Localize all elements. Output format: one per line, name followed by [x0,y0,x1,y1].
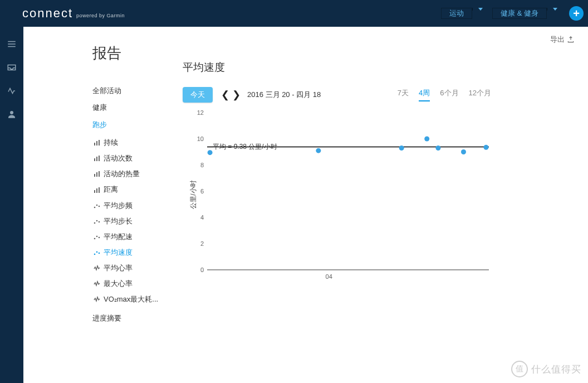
svg-point-3 [10,111,13,114]
svg-rect-6 [99,140,100,146]
avg-line-label: 平均 = 9.38 公里/小时 [213,143,277,151]
data-point[interactable] [461,149,466,154]
date-range: 2016 三月 20 - 四月 18 [247,90,321,100]
svg-point-22 [94,237,96,239]
bars-icon [92,187,101,193]
svg-rect-11 [96,172,97,177]
period-tabs: 7天4周6个月12个月 [398,88,491,101]
nav-item-9[interactable]: 最大心率 [92,276,177,292]
svg-rect-8 [96,157,97,161]
svg-rect-0 [8,41,16,42]
period-tab-2[interactable]: 6个月 [440,88,458,101]
period-tab-3[interactable]: 12个月 [469,88,491,101]
dots-icon [92,202,101,209]
nav-item-3[interactable]: 距离 [92,182,177,197]
dots-icon [92,234,101,240]
logo-main: connect [22,6,73,21]
nav-sport-dropdown[interactable] [472,8,488,11]
svg-point-26 [96,251,98,253]
svg-point-16 [94,206,96,208]
chart-area: 公里/小时 024681012平均 = 9.38 公里/小时04 [183,108,491,281]
nav-item-7[interactable]: 平均速度 [92,245,177,260]
svg-rect-9 [99,156,100,161]
nav-health-button[interactable]: 健康 & 健身 [492,8,547,19]
content-area: 导出 报告 全部活动 健康 跑步 持续活动次数活动的热量距离平均步频平均步长平均… [23,27,588,383]
ytick-label: 2 [200,240,204,247]
ytick-label: 4 [200,214,204,221]
svg-point-20 [96,220,98,221]
nav-item-0[interactable]: 持续 [92,135,177,151]
data-point[interactable] [435,146,440,151]
period-tab-1[interactable]: 4周 [419,88,430,101]
nav-item-8[interactable]: 平均心率 [92,260,177,276]
chart-title: 平均速度 [183,60,566,75]
svg-rect-14 [96,188,97,193]
nav-health-dropdown[interactable] [547,8,562,11]
data-point[interactable] [483,145,488,150]
xtick-label: 04 [326,273,332,280]
nav-running-sublist: 持续活动次数活动的热量距离平均步频平均步长平均配速平均速度平均心率最大心率VO₂… [92,135,177,307]
data-point[interactable] [316,148,321,153]
export-button[interactable]: 导出 [550,35,575,45]
add-button[interactable]: + [569,6,584,21]
ytick-label: 10 [197,135,204,142]
bars-icon [92,155,101,162]
header-right: 运动 健康 & 健身 + [441,0,588,27]
nav-item-10[interactable]: VO₂max最大耗... [92,292,177,307]
svg-point-27 [99,253,100,254]
svg-rect-5 [96,141,97,146]
nav-item-5[interactable]: 平均步长 [92,214,177,229]
svg-rect-10 [94,174,95,177]
pulse-icon [92,296,101,303]
bars-icon [92,171,101,177]
profile-icon[interactable] [0,103,23,126]
svg-rect-2 [8,46,16,47]
nav-item-4[interactable]: 平均步频 [92,198,177,214]
nav-item-2[interactable]: 活动的热量 [92,166,177,182]
data-point[interactable] [424,137,429,142]
svg-rect-13 [94,190,95,193]
data-point[interactable] [208,150,213,155]
dots-icon [92,249,101,256]
svg-point-21 [99,221,100,222]
top-header: connect powered by Garmin 运动 健康 & 健身 + [0,0,588,27]
chart-panel: 平均速度 今天 ❮ ❯ 2016 三月 20 - 四月 18 7天4周6个月12… [177,43,588,329]
svg-rect-7 [94,158,95,161]
menu-icon[interactable] [0,32,23,56]
nav-sport-button[interactable]: 运动 [441,8,472,19]
nav-item-1[interactable]: 活动次数 [92,151,177,166]
ytick-label: 0 [200,266,204,273]
svg-rect-1 [8,43,16,45]
nav-group-summary[interactable]: 进度摘要 [92,312,177,324]
svg-rect-12 [99,171,100,177]
nav-group-all[interactable]: 全部活动 [92,84,177,97]
svg-point-18 [99,205,100,207]
nav-group-running[interactable]: 跑步 [92,118,177,131]
svg-point-24 [99,236,100,238]
period-tab-0[interactable]: 7天 [398,88,409,101]
data-point[interactable] [399,146,404,151]
nav-group-health[interactable]: 健康 [92,101,177,114]
svg-rect-4 [94,143,95,146]
page-title: 报告 [92,43,177,63]
inbox-icon[interactable] [0,56,23,79]
watermark-badge: 值 [511,361,528,377]
watermark-text: 什么值得买 [531,363,581,376]
svg-point-23 [96,235,98,237]
next-arrow[interactable]: ❯ [232,90,241,99]
activity-icon[interactable] [0,79,23,103]
chart-svg: 024681012平均 = 9.38 公里/小时04 [194,108,491,281]
nav-item-6[interactable]: 平均配速 [92,229,177,245]
logo-sub: powered by Garmin [76,13,125,18]
svg-point-19 [94,222,96,224]
prev-arrow[interactable]: ❮ [220,90,229,99]
ytick-label: 8 [200,162,204,168]
ytick-label: 6 [200,188,204,195]
export-label: 导出 [550,35,565,45]
export-icon [567,36,575,43]
bars-icon [92,139,101,146]
dots-icon [92,218,101,225]
svg-point-25 [94,254,96,255]
today-button[interactable]: 今天 [183,87,213,103]
watermark: 值 什么值得买 [511,361,581,377]
